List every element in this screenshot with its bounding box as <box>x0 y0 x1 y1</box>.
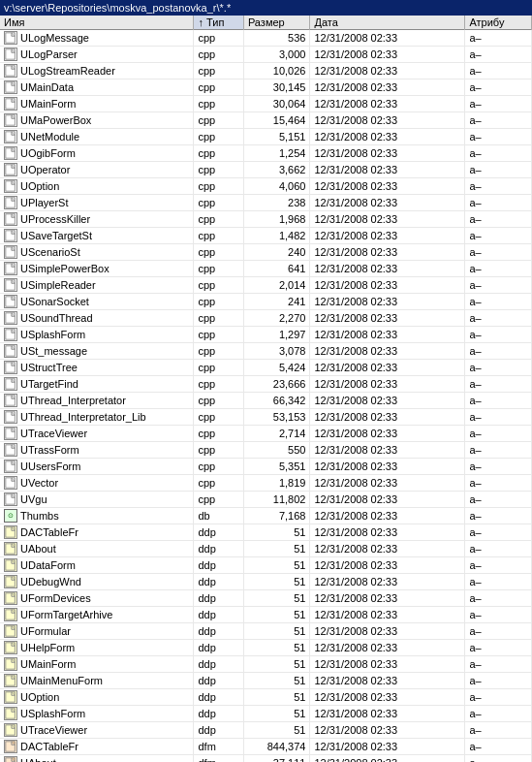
table-row[interactable]: UPlayerStcpp23812/31/2008 02:33a– <box>0 195 532 211</box>
table-row[interactable]: USoundThreadcpp2,27012/31/2008 02:33a– <box>0 310 532 327</box>
file-type: cpp <box>194 327 243 343</box>
table-row[interactable]: UTraceViewercpp2,71412/31/2008 02:33a– <box>0 426 532 442</box>
file-date: 12/31/2008 02:33 <box>310 739 465 755</box>
table-row[interactable]: UThread_Interpretator_Libcpp53,15312/31/… <box>0 409 532 426</box>
file-attr: a– <box>465 656 532 673</box>
file-date: 12/31/2008 02:33 <box>310 492 465 508</box>
cpp-file-icon <box>4 394 17 407</box>
file-type: ddp <box>194 706 243 722</box>
table-row[interactable]: UVgucpp11,80212/31/2008 02:33a– <box>0 492 532 508</box>
file-type: cpp <box>194 79 243 96</box>
ddp-file-icon <box>4 657 17 671</box>
ddp-file-icon <box>4 575 17 588</box>
cpp-file-icon <box>4 262 17 275</box>
table-row[interactable]: UDataFormddp5112/31/2008 02:33a– <box>0 557 532 574</box>
file-name: Thumbs <box>20 510 59 522</box>
file-date: 12/31/2008 02:33 <box>310 376 465 393</box>
table-row[interactable]: DACTableFrddp5112/31/2008 02:33a– <box>0 524 532 541</box>
file-date: 12/31/2008 02:33 <box>310 574 465 590</box>
col-header-attr[interactable]: Атрибу <box>465 16 532 30</box>
table-row[interactable]: USonarSocketcpp24112/31/2008 02:33a– <box>0 294 532 310</box>
table-row[interactable]: UTraceViewerddp5112/31/2008 02:33a– <box>0 722 532 739</box>
file-attr: a– <box>465 689 532 706</box>
file-attr: a– <box>465 327 532 343</box>
ddp-file-icon <box>4 608 17 621</box>
ddp-file-icon <box>4 591 17 605</box>
ddp-file-icon <box>4 723 17 737</box>
file-date: 12/31/2008 02:33 <box>310 640 465 656</box>
file-size: 241 <box>243 294 310 310</box>
table-row[interactable]: USimplePowerBoxcpp64112/31/2008 02:33a– <box>0 261 532 277</box>
file-name: ULogParser <box>20 48 78 60</box>
file-size: 3,662 <box>243 162 310 178</box>
table-row[interactable]: UThread_Interpretatorcpp66,34212/31/2008… <box>0 393 532 409</box>
table-row[interactable]: USplashFormddp5112/31/2008 02:33a– <box>0 706 532 722</box>
table-row[interactable]: USimpleReadercpp2,01412/31/2008 02:33a– <box>0 277 532 294</box>
table-row[interactable]: ULogStreamReadercpp10,02612/31/2008 02:3… <box>0 63 532 79</box>
file-attr: a– <box>465 673 532 689</box>
table-row[interactable]: USt_messagecpp3,07812/31/2008 02:33a– <box>0 343 532 360</box>
table-row[interactable]: UFormDevicesddp5112/31/2008 02:33a– <box>0 590 532 607</box>
file-name: UFormular <box>20 625 71 637</box>
cpp-file-icon <box>4 460 17 473</box>
table-row[interactable]: UDebugWndddp5112/31/2008 02:33a– <box>0 574 532 590</box>
file-attr: a– <box>465 360 532 376</box>
table-row[interactable]: USplashFormcpp1,29712/31/2008 02:33a– <box>0 327 532 343</box>
table-row[interactable]: UStructTreecpp5,42412/31/2008 02:33a– <box>0 360 532 376</box>
table-row[interactable]: USaveTargetStcpp1,48212/31/2008 02:33a– <box>0 228 532 244</box>
table-row[interactable]: UProcessKillercpp1,96812/31/2008 02:33a– <box>0 211 532 228</box>
file-size: 51 <box>243 640 310 656</box>
file-type: cpp <box>194 178 243 195</box>
cpp-file-icon <box>4 328 17 341</box>
file-type: ddp <box>194 524 243 541</box>
table-row[interactable]: UOptioncpp4,06012/31/2008 02:33a– <box>0 178 532 195</box>
table-row[interactable]: UFormularddp5112/31/2008 02:33a– <box>0 623 532 640</box>
col-header-type[interactable]: ↑ Тип <box>194 16 243 30</box>
file-name: UMainMenuForm <box>20 675 103 686</box>
table-row[interactable]: ⊙Thumbsdb7,16812/31/2008 02:33a– <box>0 508 532 524</box>
table-row[interactable]: UTrassFormcpp55012/31/2008 02:33a– <box>0 442 532 459</box>
file-type: ddp <box>194 541 243 557</box>
col-header-date[interactable]: Дата <box>310 16 465 30</box>
cpp-file-icon <box>4 146 17 160</box>
file-size: 30,064 <box>243 96 310 112</box>
file-size: 641 <box>243 261 310 277</box>
table-row[interactable]: UOptionddp5112/31/2008 02:33a– <box>0 689 532 706</box>
table-row[interactable]: UMainDatacpp30,14512/31/2008 02:33a– <box>0 79 532 96</box>
file-name: UFormDevices <box>20 592 91 604</box>
table-row[interactable]: UTargetFindcpp23,66612/31/2008 02:33a– <box>0 376 532 393</box>
table-row[interactable]: UFormTargetArhiveddp5112/31/2008 02:33a– <box>0 607 532 623</box>
file-size: 844,374 <box>243 739 310 755</box>
cpp-file-icon <box>4 80 17 94</box>
file-date: 12/31/2008 02:33 <box>310 442 465 459</box>
file-date: 12/31/2008 02:33 <box>310 607 465 623</box>
table-row[interactable]: UMainMenuFormddp5112/31/2008 02:33a– <box>0 673 532 689</box>
table-row[interactable]: ULogParsercpp3,00012/31/2008 02:33a– <box>0 47 532 63</box>
table-row[interactable]: UHelpFormddp5112/31/2008 02:33a– <box>0 640 532 656</box>
cpp-file-icon <box>4 212 17 226</box>
table-row[interactable]: UMainFormddp5112/31/2008 02:33a– <box>0 656 532 673</box>
table-row[interactable]: UMainFormcpp30,06412/31/2008 02:33a– <box>0 96 532 112</box>
table-row[interactable]: UNetModulecpp5,15112/31/2008 02:33a– <box>0 129 532 145</box>
table-row[interactable]: UOgibFormcpp1,25412/31/2008 02:33a– <box>0 145 532 162</box>
file-type: dfm <box>194 739 243 755</box>
table-row[interactable]: UUsersFormcpp5,35112/31/2008 02:33a– <box>0 459 532 475</box>
file-name: UDataForm <box>20 559 76 571</box>
cpp-file-icon <box>4 163 17 176</box>
file-type: cpp <box>194 442 243 459</box>
cpp-file-icon <box>4 97 17 111</box>
table-row[interactable]: ULogMessagecpp53612/31/2008 02:33a– <box>0 30 532 47</box>
file-attr: a– <box>465 706 532 722</box>
file-attr: a– <box>465 277 532 294</box>
table-row[interactable]: UOperatorcpp3,66212/31/2008 02:33a– <box>0 162 532 178</box>
table-row[interactable]: DACTableFrdfm844,37412/31/2008 02:33a– <box>0 739 532 755</box>
file-date: 12/31/2008 02:33 <box>310 261 465 277</box>
col-header-size[interactable]: Размер <box>243 16 310 30</box>
table-row[interactable]: UScenarioStcpp24012/31/2008 02:33a– <box>0 244 532 261</box>
file-type: cpp <box>194 261 243 277</box>
table-row[interactable]: UMaPowerBoxcpp15,46412/31/2008 02:33a– <box>0 112 532 129</box>
col-header-name[interactable]: Имя <box>0 16 194 30</box>
table-row[interactable]: UAboutdfm37,11112/31/2008 02:33a– <box>0 755 532 763</box>
table-row[interactable]: UAboutddp5112/31/2008 02:33a– <box>0 541 532 557</box>
table-row[interactable]: UVectorcpp1,81912/31/2008 02:33a– <box>0 475 532 492</box>
